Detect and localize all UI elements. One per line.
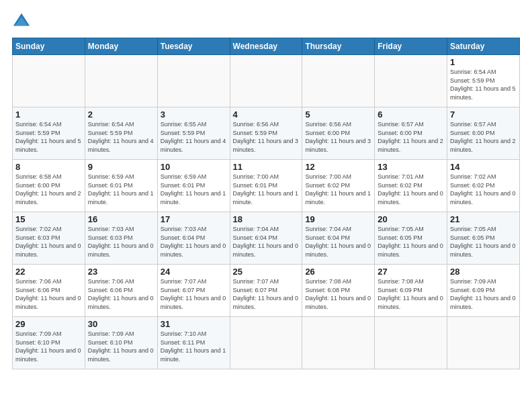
- calendar-cell: 22 Sunrise: 7:06 AM Sunset: 6:06 PM Dayl…: [13, 265, 85, 317]
- calendar-header-row: SundayMondayTuesdayWednesdayThursdayFrid…: [13, 38, 520, 55]
- calendar-cell: [85, 55, 157, 107]
- day-info: Sunrise: 7:04 AM Sunset: 6:04 PM Dayligh…: [305, 225, 371, 259]
- day-number: 4: [233, 109, 300, 120]
- day-info: Sunrise: 6:56 AM Sunset: 6:00 PM Dayligh…: [305, 120, 371, 154]
- calendar-cell: 16 Sunrise: 7:03 AM Sunset: 6:03 PM Dayl…: [85, 212, 157, 265]
- calendar-cell: [447, 317, 520, 369]
- calendar-cell: 7 Sunrise: 6:57 AM Sunset: 6:00 PM Dayli…: [447, 107, 520, 160]
- calendar-cell: 27 Sunrise: 7:08 AM Sunset: 6:09 PM Dayl…: [375, 265, 447, 317]
- calendar-cell: 14 Sunrise: 7:02 AM Sunset: 6:02 PM Dayl…: [447, 160, 520, 212]
- day-info: Sunrise: 7:01 AM Sunset: 6:02 PM Dayligh…: [378, 173, 444, 206]
- calendar-cell: [375, 55, 447, 107]
- calendar-cell: 15 Sunrise: 7:02 AM Sunset: 6:03 PM Dayl…: [13, 212, 85, 265]
- day-info: Sunrise: 7:08 AM Sunset: 6:08 PM Dayligh…: [305, 277, 371, 311]
- day-info: Sunrise: 7:02 AM Sunset: 6:03 PM Dayligh…: [15, 225, 82, 259]
- day-number: 13: [378, 162, 444, 172]
- day-number: 6: [378, 109, 444, 120]
- calendar-cell: 31 Sunrise: 7:10 AM Sunset: 6:11 PM Dayl…: [157, 317, 230, 369]
- calendar-week-row: 29 Sunrise: 7:09 AM Sunset: 6:10 PM Dayl…: [13, 317, 520, 369]
- calendar-cell: 1 Sunrise: 6:54 AM Sunset: 5:59 PM Dayli…: [13, 107, 85, 160]
- day-info: Sunrise: 7:05 AM Sunset: 6:05 PM Dayligh…: [450, 225, 517, 259]
- day-number: 16: [88, 214, 154, 224]
- day-info: Sunrise: 7:00 AM Sunset: 6:01 PM Dayligh…: [233, 173, 300, 206]
- day-number: 19: [305, 214, 371, 224]
- day-info: Sunrise: 7:05 AM Sunset: 6:05 PM Dayligh…: [378, 225, 444, 259]
- day-number: 30: [88, 319, 154, 329]
- calendar-cell: 3 Sunrise: 6:55 AM Sunset: 5:59 PM Dayli…: [157, 107, 230, 160]
- column-header-thursday: Thursday: [302, 38, 375, 55]
- column-header-wednesday: Wednesday: [230, 38, 302, 55]
- calendar-week-row: 15 Sunrise: 7:02 AM Sunset: 6:03 PM Dayl…: [13, 212, 520, 265]
- day-info: Sunrise: 6:58 AM Sunset: 6:00 PM Dayligh…: [15, 173, 82, 206]
- day-info: Sunrise: 7:07 AM Sunset: 6:07 PM Dayligh…: [161, 277, 227, 311]
- calendar-week-row: 1 Sunrise: 6:54 AM Sunset: 5:59 PM Dayli…: [13, 107, 520, 160]
- column-header-tuesday: Tuesday: [157, 38, 230, 55]
- calendar-cell: 30 Sunrise: 7:09 AM Sunset: 6:10 PM Dayl…: [85, 317, 157, 369]
- day-info: Sunrise: 7:09 AM Sunset: 6:10 PM Dayligh…: [88, 330, 154, 363]
- day-number: 14: [450, 162, 517, 172]
- column-header-sunday: Sunday: [13, 38, 85, 55]
- day-info: Sunrise: 7:06 AM Sunset: 6:06 PM Dayligh…: [15, 277, 82, 311]
- day-info: Sunrise: 6:57 AM Sunset: 6:00 PM Dayligh…: [378, 120, 444, 154]
- day-number: 20: [378, 214, 444, 224]
- calendar-cell: 9 Sunrise: 6:59 AM Sunset: 6:01 PM Dayli…: [85, 160, 157, 212]
- calendar-cell: 20 Sunrise: 7:05 AM Sunset: 6:05 PM Dayl…: [375, 212, 447, 265]
- calendar-cell: 21 Sunrise: 7:05 AM Sunset: 6:05 PM Dayl…: [447, 212, 520, 265]
- calendar-week-row: 8 Sunrise: 6:58 AM Sunset: 6:00 PM Dayli…: [13, 160, 520, 212]
- calendar-cell: 10 Sunrise: 6:59 AM Sunset: 6:01 PM Dayl…: [157, 160, 230, 212]
- day-info: Sunrise: 7:09 AM Sunset: 6:10 PM Dayligh…: [15, 330, 82, 363]
- day-number: 15: [15, 214, 82, 224]
- day-number: 3: [161, 109, 227, 120]
- day-number: 11: [233, 162, 300, 172]
- calendar-cell: [302, 317, 375, 369]
- calendar-cell: 24 Sunrise: 7:07 AM Sunset: 6:07 PM Dayl…: [157, 265, 230, 317]
- header: [12, 12, 520, 31]
- calendar-cell: 4 Sunrise: 6:56 AM Sunset: 5:59 PM Dayli…: [230, 107, 302, 160]
- column-header-friday: Friday: [375, 38, 447, 55]
- day-info: Sunrise: 7:00 AM Sunset: 6:02 PM Dayligh…: [305, 173, 371, 206]
- day-number: 10: [161, 162, 227, 172]
- calendar-cell: 1 Sunrise: 6:54 AM Sunset: 5:59 PM Dayli…: [447, 55, 520, 107]
- day-number: 26: [305, 267, 371, 277]
- calendar-cell: 8 Sunrise: 6:58 AM Sunset: 6:00 PM Dayli…: [13, 160, 85, 212]
- calendar-cell: 17 Sunrise: 7:03 AM Sunset: 6:04 PM Dayl…: [157, 212, 230, 265]
- calendar-cell: [13, 55, 85, 107]
- column-header-saturday: Saturday: [447, 38, 520, 55]
- page: SundayMondayTuesdayWednesdayThursdayFrid…: [0, 0, 532, 411]
- day-info: Sunrise: 6:57 AM Sunset: 6:00 PM Dayligh…: [450, 120, 517, 154]
- day-number: 9: [88, 162, 154, 172]
- calendar-cell: [302, 55, 375, 107]
- calendar-cell: [375, 317, 447, 369]
- calendar-cell: [230, 55, 302, 107]
- calendar-cell: 12 Sunrise: 7:00 AM Sunset: 6:02 PM Dayl…: [302, 160, 375, 212]
- day-number: 22: [15, 267, 82, 277]
- calendar-table: SundayMondayTuesdayWednesdayThursdayFrid…: [12, 38, 520, 369]
- calendar-cell: 19 Sunrise: 7:04 AM Sunset: 6:04 PM Dayl…: [302, 212, 375, 265]
- day-number: 21: [450, 214, 517, 224]
- day-info: Sunrise: 6:54 AM Sunset: 5:59 PM Dayligh…: [88, 120, 154, 154]
- day-number: 1: [450, 57, 517, 67]
- day-info: Sunrise: 7:04 AM Sunset: 6:04 PM Dayligh…: [233, 225, 300, 259]
- day-info: Sunrise: 6:59 AM Sunset: 6:01 PM Dayligh…: [88, 173, 154, 206]
- day-number: 29: [15, 319, 82, 329]
- calendar-cell: [230, 317, 302, 369]
- day-number: 25: [233, 267, 300, 277]
- day-number: 18: [233, 214, 300, 224]
- day-info: Sunrise: 7:03 AM Sunset: 6:04 PM Dayligh…: [161, 225, 227, 259]
- day-number: 27: [378, 267, 444, 277]
- calendar-cell: 2 Sunrise: 6:54 AM Sunset: 5:59 PM Dayli…: [85, 107, 157, 160]
- day-info: Sunrise: 7:07 AM Sunset: 6:07 PM Dayligh…: [233, 277, 300, 311]
- day-info: Sunrise: 6:59 AM Sunset: 6:01 PM Dayligh…: [161, 173, 227, 206]
- calendar-cell: 11 Sunrise: 7:00 AM Sunset: 6:01 PM Dayl…: [230, 160, 302, 212]
- calendar-cell: 5 Sunrise: 6:56 AM Sunset: 6:00 PM Dayli…: [302, 107, 375, 160]
- day-number: 7: [450, 109, 517, 120]
- logo-icon: [12, 12, 31, 31]
- logo: [12, 12, 34, 31]
- calendar-cell: 23 Sunrise: 7:06 AM Sunset: 6:06 PM Dayl…: [85, 265, 157, 317]
- day-info: Sunrise: 7:10 AM Sunset: 6:11 PM Dayligh…: [161, 330, 227, 363]
- day-number: 17: [161, 214, 227, 224]
- calendar-cell: 28 Sunrise: 7:09 AM Sunset: 6:09 PM Dayl…: [447, 265, 520, 317]
- calendar-cell: [157, 55, 230, 107]
- day-number: 2: [88, 109, 154, 120]
- day-info: Sunrise: 7:09 AM Sunset: 6:09 PM Dayligh…: [450, 277, 517, 311]
